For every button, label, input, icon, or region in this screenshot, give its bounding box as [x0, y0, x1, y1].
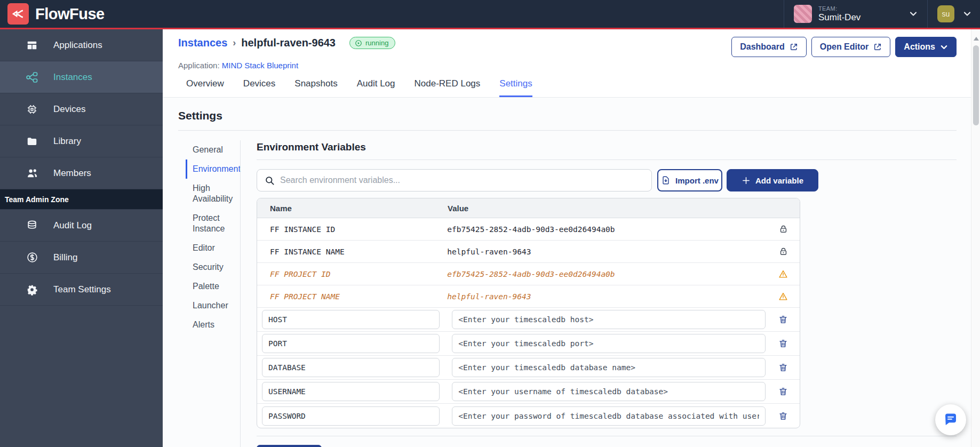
user-menu[interactable]: su: [927, 0, 980, 28]
team-avatar: [794, 5, 812, 23]
flowfuse-logo-icon: [7, 3, 29, 25]
sidebar-item-label: Members: [53, 168, 91, 179]
sidebar-item-label: Team Settings: [53, 284, 111, 295]
env-controls: Import .env Add variable: [257, 169, 957, 191]
plus-icon: [742, 176, 751, 185]
breadcrumb-instances-link[interactable]: Instances: [178, 37, 227, 49]
vertical-scrollbar: [971, 29, 980, 447]
subnav-protect-instance[interactable]: Protect Instance: [186, 209, 235, 238]
add-variable-button[interactable]: Add variable: [727, 169, 818, 191]
var-value-input[interactable]: [452, 358, 766, 377]
table-row: [257, 356, 800, 380]
user-chevron-down-icon[interactable]: [963, 10, 971, 18]
subnav-general[interactable]: General: [186, 140, 235, 159]
var-value-input[interactable]: [452, 334, 766, 353]
var-value-input[interactable]: [452, 406, 766, 426]
sidebar-item-label: Library: [53, 136, 81, 147]
dashboard-button[interactable]: Dashboard: [731, 37, 807, 57]
subnav-security[interactable]: Security: [186, 258, 235, 277]
var-name-input[interactable]: [262, 382, 440, 401]
trash-icon[interactable]: [778, 339, 788, 348]
var-value-input[interactable]: [452, 382, 766, 401]
flowfuse-logo-text: FlowFuse: [35, 5, 105, 23]
subnav-high-availability[interactable]: High Availability: [186, 179, 235, 209]
trash-icon[interactable]: [778, 315, 788, 324]
table-row: FF_INSTANCE_NAME helpful-raven-9643: [257, 241, 800, 263]
sidebar-item-label: Audit Log: [53, 220, 92, 231]
application-label: Application:: [178, 61, 220, 70]
instance-name: helpful-raven-9643: [241, 37, 336, 49]
column-header-name: Name: [257, 204, 448, 213]
environment-section: Environment Variables: [241, 140, 957, 447]
var-value-input[interactable]: [452, 310, 766, 329]
folder-icon: [26, 135, 38, 148]
sidebar-item-applications[interactable]: Applications: [0, 29, 163, 61]
tab-overview[interactable]: Overview: [186, 78, 224, 97]
team-chevron-down-icon[interactable]: [909, 10, 918, 18]
divider: [257, 436, 957, 436]
sidebar-item-instances[interactable]: Instances: [0, 61, 163, 93]
scrollbar-thumb[interactable]: [973, 45, 979, 125]
var-name-input[interactable]: [262, 310, 440, 329]
tab-settings[interactable]: Settings: [499, 78, 532, 97]
table-row: [257, 404, 800, 428]
divider: [178, 130, 957, 131]
warning-triangle-icon: [778, 292, 788, 301]
sidebar-item-members[interactable]: Members: [0, 157, 163, 189]
tab-snapshots[interactable]: Snapshots: [294, 78, 337, 97]
application-link[interactable]: MIND Stack Blueprint: [222, 61, 298, 70]
tab-audit-log[interactable]: Audit Log: [357, 78, 395, 97]
subnav-environment[interactable]: Environment: [186, 159, 235, 179]
trash-icon[interactable]: [778, 387, 788, 396]
team-selector[interactable]: TEAM: Sumit-Dev: [784, 0, 927, 28]
status-badge: running: [349, 37, 395, 49]
search-icon: [265, 175, 275, 186]
topbar-right: TEAM: Sumit-Dev su: [784, 0, 980, 28]
table-row: FF_INSTANCE_ID efb75425-2852-4adb-90d3-e…: [257, 218, 800, 241]
sidebar-item-billing[interactable]: Billing: [0, 242, 163, 274]
sidebar-item-label: Applications: [53, 40, 102, 51]
settings-page: Settings General Environment High Availa…: [163, 98, 971, 447]
trash-icon[interactable]: [778, 411, 788, 421]
table-row: [257, 332, 800, 356]
breadcrumb: Instances › helpful-raven-9643 running: [178, 37, 395, 49]
sidebar-item-devices[interactable]: Devices: [0, 93, 163, 125]
subnav-alerts[interactable]: Alerts: [186, 315, 235, 334]
subnav-editor[interactable]: Editor: [186, 238, 235, 258]
chat-launcher[interactable]: [935, 404, 966, 435]
var-name-input[interactable]: [262, 406, 440, 426]
table-row: FF_PROJECT_NAME helpful-raven-9643: [257, 285, 800, 308]
subnav-launcher[interactable]: Launcher: [186, 296, 235, 315]
instance-tabs: Overview Devices Snapshots Audit Log Nod…: [178, 78, 957, 97]
var-name-input[interactable]: [262, 334, 440, 353]
sidebar-item-library[interactable]: Library: [0, 125, 163, 157]
open-editor-button[interactable]: Open Editor: [811, 37, 891, 57]
trash-icon[interactable]: [778, 363, 788, 372]
flowfuse-logo[interactable]: FlowFuse: [0, 3, 105, 25]
var-value: helpful-raven-9643: [447, 248, 766, 256]
subnav-palette[interactable]: Palette: [186, 277, 235, 296]
gear-icon: [26, 283, 38, 296]
var-value: efb75425-2852-4adb-90d3-ee0d26494a0b: [447, 270, 766, 278]
table-row: [257, 308, 800, 332]
var-name-input[interactable]: [262, 358, 440, 377]
section-title: Environment Variables: [257, 141, 957, 153]
search-input[interactable]: [280, 175, 645, 185]
external-link-icon: [873, 43, 882, 51]
import-env-button[interactable]: Import .env: [657, 169, 722, 191]
var-value: efb75425-2852-4adb-90d3-ee0d26494a0b: [447, 225, 766, 234]
table-row: FF_PROJECT_ID efb75425-2852-4adb-90d3-ee…: [257, 263, 800, 285]
applications-icon: [26, 39, 38, 52]
save-settings-button[interactable]: Save settings: [257, 445, 322, 447]
accent-divider: [0, 28, 980, 29]
actions-button[interactable]: Actions: [895, 37, 957, 57]
team-admin-zone-label: Team Admin Zone: [0, 189, 163, 210]
sidebar-item-audit-log[interactable]: Audit Log: [0, 210, 163, 242]
tab-node-red-logs[interactable]: Node-RED Logs: [415, 78, 481, 97]
table-row: [257, 380, 800, 404]
sidebar-item-team-settings[interactable]: Team Settings: [0, 274, 163, 306]
header-buttons: Dashboard Open Editor Actions: [731, 37, 957, 57]
tab-devices[interactable]: Devices: [243, 78, 275, 97]
scrollbar-up-arrow[interactable]: [974, 37, 979, 41]
var-name: FF_PROJECT_ID: [257, 270, 447, 278]
